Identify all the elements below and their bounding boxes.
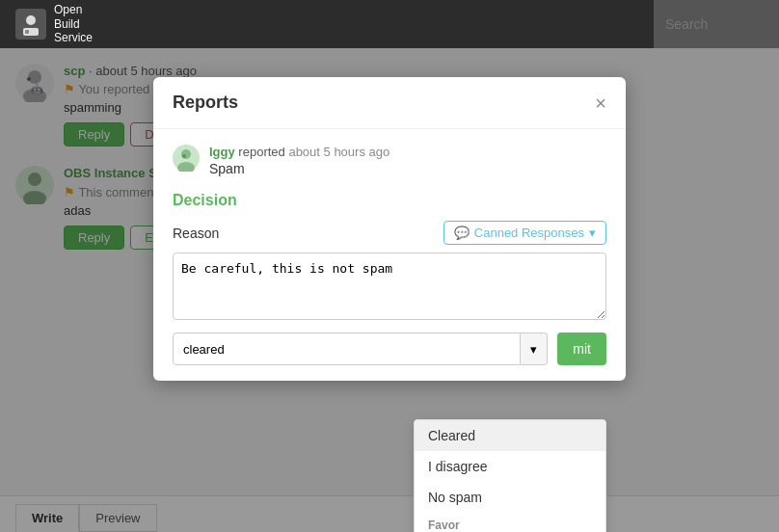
reason-textarea[interactable]: Be careful, this is not spam bbox=[173, 253, 606, 320]
modal-header: Reports × bbox=[153, 77, 626, 129]
reason-row: Reason 💬 Canned Responses ▾ bbox=[173, 221, 606, 245]
chevron-down-icon: ▾ bbox=[530, 342, 537, 357]
modal-title: Reports bbox=[173, 93, 238, 113]
modal-overlay: Reports × Iggy bbox=[0, 48, 779, 532]
decision-section: Decision Reason 💬 Canned Responses ▾ Be … bbox=[173, 192, 606, 365]
canned-responses-dropdown: Cleared I disagree No spam Favor I agree… bbox=[414, 419, 606, 532]
dropdown-item-cleared[interactable]: Cleared bbox=[415, 420, 605, 451]
svg-point-13 bbox=[181, 149, 191, 159]
logo-icon bbox=[15, 9, 46, 40]
chat-icon: 💬 bbox=[454, 226, 470, 240]
status-input[interactable] bbox=[173, 332, 521, 365]
reporter-username[interactable]: Iggy bbox=[209, 145, 235, 159]
dropdown-item-no-spam[interactable]: No spam bbox=[415, 482, 605, 513]
dropdown-item-i-disagree[interactable]: I disagree bbox=[415, 451, 605, 482]
reason-label: Reason bbox=[173, 226, 219, 241]
canned-responses-button[interactable]: 💬 Canned Responses ▾ bbox=[443, 221, 606, 245]
reporter-avatar bbox=[173, 145, 200, 172]
svg-point-15 bbox=[182, 154, 186, 158]
status-row: ▾ mit bbox=[173, 332, 606, 365]
reported-text: reported bbox=[238, 145, 288, 159]
reports-modal: Reports × Iggy bbox=[153, 77, 626, 381]
svg-rect-3 bbox=[25, 30, 29, 34]
search-input[interactable] bbox=[654, 0, 779, 48]
report-timestamp: about 5 hours ago bbox=[288, 145, 390, 159]
close-button[interactable]: × bbox=[595, 93, 606, 113]
dropdown-section-favor: Favor bbox=[415, 513, 605, 532]
search-area[interactable] bbox=[654, 0, 779, 48]
svg-point-1 bbox=[26, 15, 36, 25]
report-info: Iggy reported about 5 hours ago Spam bbox=[173, 145, 606, 176]
report-meta: Iggy reported about 5 hours ago Spam bbox=[209, 145, 390, 176]
logo: Open Build Service bbox=[15, 3, 93, 44]
status-dropdown-button[interactable]: ▾ bbox=[521, 332, 548, 365]
logo-text: Open Build Service bbox=[54, 3, 93, 44]
decision-label: Decision bbox=[173, 192, 606, 209]
main-content: 🤖 scp · about 5 hours ago ⚑ You reported… bbox=[0, 48, 779, 532]
submit-button[interactable]: mit bbox=[557, 332, 606, 365]
modal-body: Iggy reported about 5 hours ago Spam Dec… bbox=[153, 129, 626, 381]
report-type: Spam bbox=[209, 161, 390, 176]
top-navigation: Open Build Service bbox=[0, 0, 779, 48]
chevron-down-icon: ▾ bbox=[589, 226, 596, 240]
canned-label: Canned Responses bbox=[474, 226, 584, 240]
